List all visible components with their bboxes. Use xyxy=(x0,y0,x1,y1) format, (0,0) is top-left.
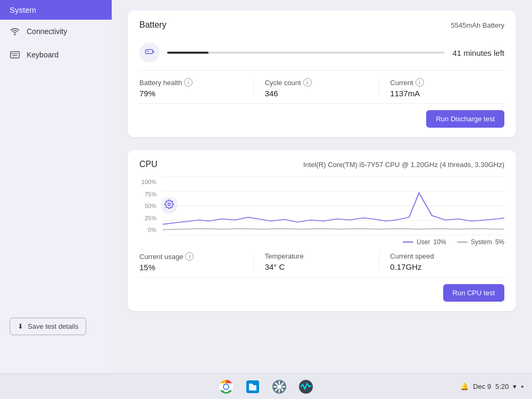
cpu-system-line xyxy=(163,229,504,230)
cpu-usage-value: 15% xyxy=(139,263,243,272)
battery-icon xyxy=(145,47,154,59)
current-label: Current i xyxy=(390,78,494,87)
cpu-stats-row: Current usage i 15% Temperature 34° C Cu… xyxy=(139,249,504,278)
svg-point-0 xyxy=(14,34,15,35)
cpu-test-btn-row: Run CPU test xyxy=(139,278,504,302)
svg-point-21 xyxy=(277,385,281,389)
taskbar-time: 5:20 xyxy=(495,383,509,390)
cpu-chart-svg xyxy=(163,177,504,235)
chart-legend: User 10% System 5% xyxy=(139,235,504,249)
wifi-icon xyxy=(10,26,20,37)
chart-label-100: 100% xyxy=(139,179,156,185)
cpu-speed-stat: Current speed 0.17GHz xyxy=(390,252,504,272)
chrome-taskbar-icon[interactable] xyxy=(217,377,236,396)
cpu-chart-wrapper: 100% 75% 50% 25% 0% xyxy=(139,177,504,235)
svg-point-10 xyxy=(168,203,171,206)
battery-capacity-label: 5545mAh Battery xyxy=(451,21,504,29)
cpu-info-label: Intel(R) Core(TM) i5-7Y57 CPU @ 1.20GHz … xyxy=(303,161,504,169)
legend-system-line xyxy=(457,242,468,243)
sidebar-item-keyboard[interactable]: Keyboard xyxy=(0,43,112,66)
battery-health-info-icon[interactable]: i xyxy=(184,78,193,87)
cpu-header: CPU Intel(R) Core(TM) i5-7Y57 CPU @ 1.20… xyxy=(139,160,504,169)
gear-icon xyxy=(164,200,174,211)
taskbar: 🔔 Dec 9 5:20 ▾ ▪ xyxy=(0,373,532,399)
cpu-temp-value: 34° C xyxy=(265,262,369,271)
battery-progress-fill xyxy=(167,52,209,54)
cycle-count-stat: Cycle count i 346 xyxy=(265,78,380,98)
cpu-speed-label: Current speed xyxy=(390,252,494,260)
legend-user-line xyxy=(403,242,413,243)
save-test-details-button[interactable]: ⬇ Save test details xyxy=(10,318,86,335)
battery-health-value: 79% xyxy=(139,89,243,98)
cpu-usage-info-icon[interactable]: i xyxy=(185,252,194,261)
settings-taskbar-icon[interactable] xyxy=(270,377,289,396)
activity-taskbar-icon[interactable] xyxy=(296,377,315,396)
notification-icon: 🔔 xyxy=(460,383,469,390)
discharge-btn-row: Run Discharge test xyxy=(139,104,504,128)
sidebar-item-connectivity[interactable]: Connectivity xyxy=(0,20,112,43)
cpu-temp-stat: Temperature 34° C xyxy=(265,252,380,272)
battery-minutes-left: 41 minutes left xyxy=(452,48,504,57)
battery-progress-bar xyxy=(167,52,445,54)
battery-health-label: Battery health i xyxy=(139,78,243,87)
svg-point-18 xyxy=(224,385,228,389)
cycle-count-info-icon[interactable]: i xyxy=(303,78,312,87)
wifi-status-icon: ▾ xyxy=(513,383,517,390)
legend-system-label: System xyxy=(471,238,492,246)
battery-status-row: 41 minutes left xyxy=(139,37,504,71)
battery-section: Battery 5545mAh Battery xyxy=(128,11,516,137)
current-info-icon[interactable]: i xyxy=(415,78,424,87)
main-content: Battery 5545mAh Battery xyxy=(112,0,532,373)
files-taskbar-icon[interactable] xyxy=(243,377,262,396)
chart-label-75: 75% xyxy=(139,191,156,197)
chart-label-25: 25% xyxy=(139,215,156,221)
cpu-speed-value: 0.17GHz xyxy=(390,262,494,271)
cpu-usage-stat: Current usage i 15% xyxy=(139,252,254,272)
run-cpu-test-button[interactable]: Run CPU test xyxy=(443,284,504,302)
legend-system: System 5% xyxy=(457,238,504,246)
taskbar-date: Dec 9 xyxy=(473,383,491,390)
cpu-gear-icon-wrap xyxy=(161,197,178,214)
legend-user-label: User xyxy=(417,238,430,246)
battery-status-icon: ▪ xyxy=(521,383,523,390)
battery-header: Battery 5545mAh Battery xyxy=(139,20,504,30)
legend-system-value: 5% xyxy=(495,238,504,246)
battery-stats-row: Battery health i 79% Cycle count i 346 C… xyxy=(139,71,504,104)
cycle-count-label: Cycle count i xyxy=(265,78,369,87)
battery-title: Battery xyxy=(139,20,167,30)
save-test-details-area: ⬇ Save test details xyxy=(0,311,112,342)
svg-rect-1 xyxy=(11,52,20,58)
legend-user: User 10% xyxy=(403,238,446,246)
cycle-count-value: 346 xyxy=(265,89,369,98)
taskbar-right: 🔔 Dec 9 5:20 ▾ ▪ xyxy=(460,383,523,390)
cpu-y-axis: 100% 75% 50% 25% 0% xyxy=(139,177,157,235)
cpu-section: CPU Intel(R) Core(TM) i5-7Y57 CPU @ 1.20… xyxy=(128,150,516,311)
battery-health-stat: Battery health i 79% xyxy=(139,78,254,98)
keyboard-icon xyxy=(10,49,20,60)
current-value: 1137mA xyxy=(390,89,494,98)
legend-user-value: 10% xyxy=(434,238,446,246)
run-discharge-test-button[interactable]: Run Discharge test xyxy=(426,110,504,128)
chart-label-0: 0% xyxy=(139,227,156,233)
battery-progress-area xyxy=(167,52,445,54)
current-stat: Current i 1137mA xyxy=(390,78,504,98)
cpu-title: CPU xyxy=(139,160,157,169)
chart-label-50: 50% xyxy=(139,203,156,209)
save-icon: ⬇ xyxy=(18,322,23,330)
cpu-user-line xyxy=(163,193,504,225)
cpu-temp-label: Temperature xyxy=(265,252,369,260)
cpu-chart-svg-area xyxy=(163,177,504,235)
sidebar-item-system[interactable]: System xyxy=(0,0,112,20)
svg-rect-7 xyxy=(146,49,153,54)
cpu-usage-label: Current usage i xyxy=(139,252,243,261)
battery-icon-wrap xyxy=(139,43,160,63)
